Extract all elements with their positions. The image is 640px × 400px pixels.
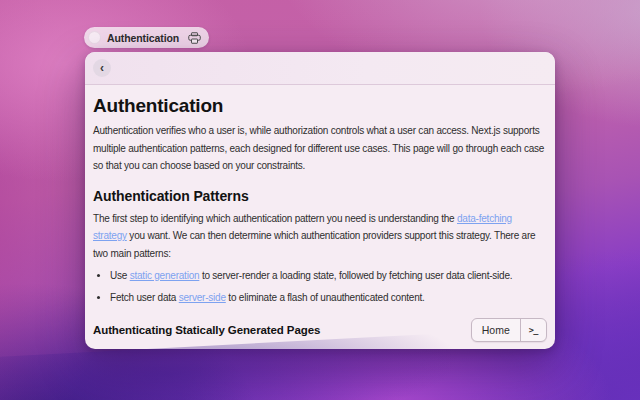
footer-row: Authenticating Statically Generated Page…	[93, 318, 547, 342]
terminal-button[interactable]: >_	[521, 319, 546, 341]
back-button[interactable]: ‹	[93, 59, 111, 77]
page-title: Authentication	[93, 94, 547, 117]
text-segment: Fetch user data	[110, 292, 179, 303]
docs-window: ‹ Authentication Authentication verifies…	[85, 52, 555, 349]
home-button[interactable]: Home	[472, 319, 520, 341]
next-section-heading: Authenticating Statically Generated Page…	[93, 324, 320, 336]
section-paragraph: The first step to identifying which auth…	[93, 210, 547, 263]
favicon-circle-icon	[88, 31, 101, 44]
text-segment: to server-render a loading state, follow…	[199, 270, 512, 281]
text-segment: to eliminate a flash of unauthenticated …	[226, 292, 425, 303]
list-item: Use static generation to server-render a…	[110, 267, 547, 285]
text-segment: you want. We can then determine which au…	[93, 230, 535, 259]
patterns-list: Use static generation to server-render a…	[93, 267, 547, 310]
text-segment: Use	[110, 270, 130, 281]
printer-glyph	[188, 32, 201, 44]
section-heading: Authentication Patterns	[93, 188, 547, 205]
tab-label: Authentication	[107, 32, 179, 44]
intro-paragraph: Authentication verifies who a user is, w…	[93, 122, 547, 175]
text-segment: The first step to identifying which auth…	[93, 213, 457, 224]
inline-link[interactable]: static generation	[130, 270, 200, 281]
inline-link[interactable]: server-side	[179, 292, 226, 303]
list-item: Fetch user data server-side to eliminate…	[110, 289, 547, 307]
window-header: ‹	[85, 52, 555, 85]
article-content: Authentication Authentication verifies w…	[85, 85, 555, 349]
page-tab[interactable]: Authentication	[84, 27, 209, 48]
footer-button-group: Home >_	[471, 318, 547, 342]
desktop-wallpaper: Authentication ‹ Authentication Authenti…	[0, 0, 640, 400]
printer-icon[interactable]	[185, 30, 203, 45]
